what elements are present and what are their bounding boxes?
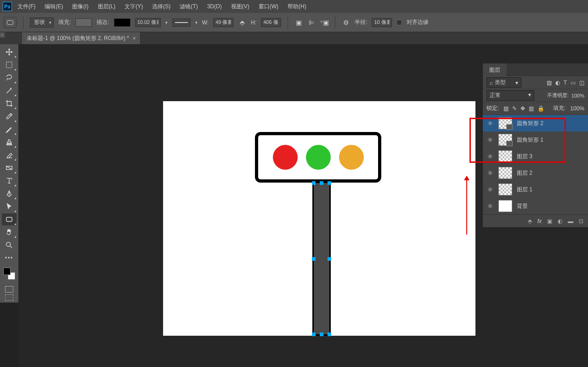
arrange-icon[interactable]: ⁺▣: [320, 18, 328, 27]
link-layers-icon[interactable]: ⬘: [528, 218, 532, 224]
gear-icon[interactable]: ⚙: [342, 18, 350, 27]
visibility-icon[interactable]: [486, 153, 494, 160]
lock-artboard-icon[interactable]: ▥: [529, 105, 534, 112]
rounded-rect-tool[interactable]: [2, 213, 17, 225]
menu-type[interactable]: 文字(Y): [121, 1, 147, 12]
dock-collapse[interactable]: [0, 32, 5, 38]
opacity-value[interactable]: 100%: [571, 93, 584, 98]
move-tool[interactable]: [2, 46, 17, 58]
path-ops-icon[interactable]: ▣: [294, 18, 303, 27]
lock-paint-icon[interactable]: ✎: [512, 105, 517, 112]
visibility-icon[interactable]: [486, 186, 494, 193]
radius-input[interactable]: [372, 18, 392, 27]
menu-layer[interactable]: 图层(L): [94, 1, 119, 12]
align-edges-checkbox[interactable]: [396, 20, 402, 25]
group-icon[interactable]: ▬: [568, 218, 573, 224]
layer-thumbnail[interactable]: [498, 184, 512, 195]
transform-handle[interactable]: [328, 333, 331, 336]
fill-label: 填充:: [58, 18, 71, 26]
menu-view[interactable]: 视图(V): [227, 1, 253, 12]
filter-icons[interactable]: ▨◐T▭◫: [547, 80, 584, 86]
lock-all-icon[interactable]: 🔒: [537, 105, 544, 112]
options-bar: 形状 填充: 描边: ▾ ▾ W: ⬘ H: ▣ ⊫ ⁺▣ ⚙ 半径: 对齐边缘: [0, 13, 588, 32]
align-icon[interactable]: ⊫: [307, 18, 316, 27]
visibility-icon[interactable]: [486, 136, 494, 143]
transform-handle[interactable]: [328, 181, 331, 185]
width-input[interactable]: [213, 18, 233, 27]
layer-thumbnail[interactable]: [498, 117, 512, 129]
new-layer-icon[interactable]: ⊡: [579, 218, 583, 224]
path-select-tool[interactable]: [2, 201, 17, 212]
tool-preset[interactable]: [4, 17, 17, 28]
crop-tool[interactable]: [2, 97, 17, 109]
fg-color-swatch[interactable]: [3, 268, 11, 275]
svg-point-4: [490, 123, 491, 124]
layer-name: 图层 1: [517, 186, 532, 194]
close-icon[interactable]: ×: [133, 35, 136, 41]
layer-row[interactable]: 图层 1: [483, 181, 588, 198]
stroke-width-input[interactable]: [135, 18, 161, 27]
hand-tool[interactable]: [2, 226, 17, 238]
layer-row[interactable]: 圆角矩形 2: [483, 115, 588, 132]
fill-value[interactable]: 100%: [570, 105, 584, 112]
lock-transparency-icon[interactable]: ▨: [503, 105, 509, 112]
layer-row[interactable]: 图层 3: [483, 148, 588, 165]
stamp-tool[interactable]: [2, 136, 17, 148]
blend-mode-dropdown[interactable]: 正常▾: [486, 90, 534, 101]
menu-image[interactable]: 图像(I): [68, 1, 92, 12]
visibility-icon[interactable]: [486, 169, 494, 177]
gradient-tool[interactable]: [2, 162, 17, 174]
layer-row[interactable]: 背景: [483, 198, 588, 214]
traffic-sign-pole[interactable]: [312, 182, 331, 336]
layer-row[interactable]: 图层 2: [483, 165, 588, 181]
shape-mode-dropdown[interactable]: 形状: [30, 17, 54, 28]
height-input[interactable]: [261, 18, 281, 27]
layers-tab[interactable]: 图层: [483, 63, 507, 76]
transform-handle[interactable]: [320, 333, 323, 336]
transform-handle[interactable]: [312, 333, 316, 336]
document-tab[interactable]: 未标题-1 @ 100% (圆角矩形 2, RGB/8#) * ×: [22, 32, 141, 44]
pen-tool[interactable]: [2, 188, 17, 200]
layer-row[interactable]: 圆角矩形 1: [483, 132, 588, 148]
eyedropper-tool[interactable]: [2, 110, 17, 122]
adjustment-icon[interactable]: ◐: [558, 218, 562, 224]
transform-handle[interactable]: [312, 181, 316, 185]
fill-swatch[interactable]: [75, 18, 92, 27]
lasso-tool[interactable]: [2, 72, 17, 84]
menu-edit[interactable]: 编辑(E): [41, 1, 67, 12]
visibility-icon[interactable]: [486, 120, 494, 127]
color-swatches[interactable]: [3, 268, 15, 280]
transform-handle[interactable]: [328, 257, 331, 261]
screenmode-icon[interactable]: [5, 294, 13, 301]
wand-tool[interactable]: [2, 85, 17, 97]
menu-help[interactable]: 帮助(H): [284, 1, 310, 12]
menu-filter[interactable]: 滤镜(T): [176, 1, 201, 12]
type-tool[interactable]: [2, 175, 17, 187]
eraser-tool[interactable]: [2, 149, 17, 161]
filter-dropdown[interactable]: ⌕类型▾: [486, 77, 521, 88]
brush-tool[interactable]: [2, 123, 17, 135]
menu-3d[interactable]: 3D(D): [204, 1, 226, 11]
transform-handle[interactable]: [312, 257, 316, 261]
mask-icon[interactable]: ▣: [547, 218, 552, 224]
canvas[interactable]: [163, 101, 475, 336]
menu-window[interactable]: 窗口(W): [255, 1, 282, 12]
layer-name: 圆角矩形 1: [517, 136, 543, 144]
menu-select[interactable]: 选择(S): [148, 1, 174, 12]
quickmask-icon[interactable]: [5, 286, 13, 292]
fx-icon[interactable]: fx: [537, 218, 542, 224]
visibility-icon[interactable]: [486, 202, 494, 210]
layer-thumbnail[interactable]: [498, 150, 512, 162]
more-tools[interactable]: •••: [2, 252, 17, 264]
layer-thumbnail[interactable]: [498, 200, 512, 212]
menu-file[interactable]: 文件(F): [14, 1, 39, 12]
marquee-tool[interactable]: [2, 59, 17, 71]
zoom-tool[interactable]: [2, 239, 17, 251]
stroke-style[interactable]: [172, 18, 191, 27]
link-icon[interactable]: ⬘: [238, 18, 246, 27]
lock-pos-icon[interactable]: ✥: [520, 105, 525, 112]
layer-thumbnail[interactable]: [498, 134, 512, 146]
stroke-swatch[interactable]: [114, 18, 130, 27]
transform-handle[interactable]: [320, 181, 323, 185]
layer-thumbnail[interactable]: [498, 167, 512, 179]
